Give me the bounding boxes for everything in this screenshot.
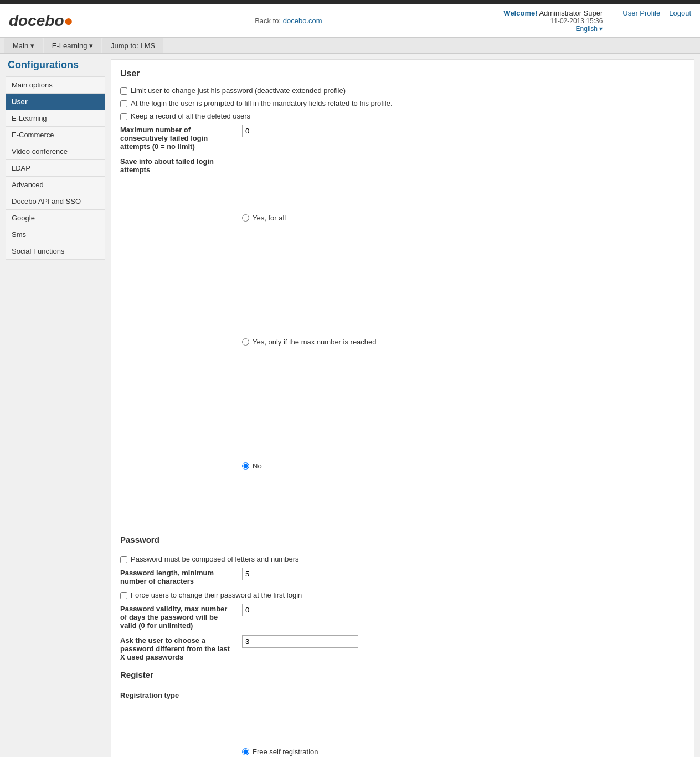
sidebar-item-docebo-api[interactable]: Docebo API and SSO <box>6 193 105 209</box>
sidebar-item-main-options[interactable]: Main options <box>6 76 105 93</box>
sidebar-title: Configurations <box>6 59 105 71</box>
sidebar-item-google[interactable]: Google <box>6 209 105 226</box>
checkbox-force-change[interactable] <box>120 592 127 599</box>
last-x-input[interactable] <box>242 635 358 648</box>
header-top-right: Welcome! Administrator Super 11-02-2013 … <box>503 9 691 33</box>
validity-label: Password validity, max number of days th… <box>120 604 242 630</box>
nav-elearning[interactable]: E-Learning ▾ <box>44 38 101 53</box>
header-actions: User Profile Logout <box>622 9 691 17</box>
checkbox-force-change-label: Force users to change their password at … <box>131 591 302 599</box>
nav-jump[interactable]: Jump to: LMS <box>102 38 163 53</box>
checkbox-force-change-row: Force users to change their password at … <box>120 591 685 599</box>
max-login-label: Maximum number of consecutively failed l… <box>120 125 242 151</box>
welcome-prefix: Welcome! <box>503 9 537 17</box>
register-section: Register Registration type Free self reg… <box>120 670 685 757</box>
sidebar-item-sms[interactable]: Sms <box>6 226 105 243</box>
save-info-option-yes-max: Yes, only if the max number is reached <box>242 280 685 402</box>
checkbox-keep-deleted-row: Keep a record of all the deleted users <box>120 112 685 120</box>
save-info-radio-no[interactable] <box>242 462 249 470</box>
user-profile-link[interactable]: User Profile <box>622 9 660 17</box>
page-title: User <box>120 69 685 79</box>
logout-link[interactable]: Logout <box>669 9 691 17</box>
lang-text[interactable]: English ▾ <box>503 25 603 33</box>
sidebar-item-social-functions[interactable]: Social Functions <box>6 243 105 260</box>
min-length-input[interactable] <box>242 568 358 580</box>
validity-row: Password validity, max number of days th… <box>120 604 685 630</box>
password-section: Password Password must be composed of le… <box>120 535 685 661</box>
max-login-input[interactable] <box>242 125 358 137</box>
checkbox-keep-deleted[interactable] <box>120 113 127 120</box>
logo-dot: ● <box>64 12 74 29</box>
checkbox-compose-label: Password must be composed of letters and… <box>131 555 298 563</box>
save-info-option-no: No <box>242 404 685 526</box>
save-info-radio-yes-all[interactable] <box>242 214 249 222</box>
logo: docebo● <box>9 12 73 30</box>
max-login-row: Maximum number of consecutively failed l… <box>120 125 685 151</box>
sidebar-item-advanced[interactable]: Advanced <box>6 176 105 193</box>
validity-input[interactable] <box>242 604 358 616</box>
sidebar: Configurations Main options User E-Learn… <box>6 59 105 757</box>
nav-bar: Main ▾ E-Learning ▾ Jump to: LMS <box>0 38 700 54</box>
sidebar-item-elearning[interactable]: E-Learning <box>6 110 105 126</box>
header: docebo● Back to: docebo.com Welcome! Adm… <box>0 4 700 38</box>
save-info-label: Save info about failed login attempts <box>120 156 242 174</box>
min-length-label: Password length, minimum number of chara… <box>120 568 242 585</box>
date-text: 11-02-2013 15:36 <box>503 17 603 25</box>
password-section-title: Password <box>120 535 685 548</box>
sidebar-item-user[interactable]: User <box>6 93 105 110</box>
last-x-row: Ask the user to choose a password differ… <box>120 635 685 661</box>
save-info-radio-group: Yes, for all Yes, only if the max number… <box>242 156 685 526</box>
user-section: Limit user to change just his password (… <box>120 86 685 529</box>
checkbox-login-mandatory-row: At the login the user is prompted to fil… <box>120 99 685 107</box>
checkbox-limit-password-label: Limit user to change just his password (… <box>131 86 346 95</box>
welcome-text: Welcome! Administrator Super <box>503 9 603 17</box>
min-length-row: Password length, minimum number of chara… <box>120 568 685 585</box>
back-label: Back to: <box>255 17 281 25</box>
last-x-label: Ask the user to choose a password differ… <box>120 635 242 661</box>
reg-type-label: Registration type <box>120 690 242 699</box>
nav-main[interactable]: Main ▾ <box>4 38 43 53</box>
reg-type-radio-group: Free self registration Moderated self re… <box>242 690 685 757</box>
checkbox-compose[interactable] <box>120 556 127 563</box>
checkbox-keep-deleted-label: Keep a record of all the deleted users <box>131 112 250 120</box>
sidebar-item-video-conference[interactable]: Video conference <box>6 143 105 159</box>
welcome-user: Administrator Super <box>539 9 603 17</box>
checkbox-limit-password-row: Limit user to change just his password (… <box>120 86 685 95</box>
register-section-title: Register <box>120 670 685 683</box>
save-info-row: Save info about failed login attempts Ye… <box>120 156 685 529</box>
checkbox-compose-row: Password must be composed of letters and… <box>120 555 685 563</box>
reg-type-free: Free self registration <box>242 690 685 757</box>
reg-type-row: Registration type Free self registration… <box>120 690 685 757</box>
top-bar <box>0 0 700 4</box>
reg-type-radio-free[interactable] <box>242 748 249 755</box>
checkbox-login-mandatory-label: At the login the user is prompted to fil… <box>131 99 393 107</box>
header-back: Back to: docebo.com <box>255 17 322 25</box>
page: Configurations Main options User E-Learn… <box>0 54 700 757</box>
sidebar-item-ecommerce[interactable]: E-Commerce <box>6 126 105 143</box>
main-content: User Limit user to change just his passw… <box>111 59 694 757</box>
logo-text: docebo <box>9 12 64 29</box>
save-info-radio-yes-max[interactable] <box>242 338 249 346</box>
sidebar-item-ldap[interactable]: LDAP <box>6 159 105 176</box>
back-link[interactable]: docebo.com <box>283 17 322 25</box>
save-info-option-yes-all: Yes, for all <box>242 156 685 278</box>
checkbox-login-mandatory[interactable] <box>120 100 127 107</box>
checkbox-limit-password[interactable] <box>120 87 127 95</box>
